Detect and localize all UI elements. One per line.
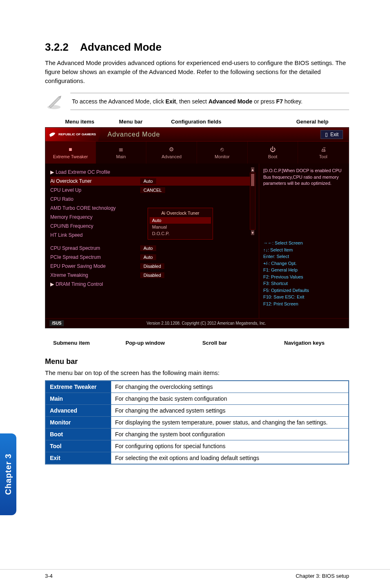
field-label: CPU Level Up [50, 187, 140, 193]
table-row: Extreme TweakerFor changing the overcloc… [45, 381, 349, 393]
help-description: [D.O.C.P.]When DOCP is enabled CPU Bus f… [263, 168, 345, 186]
field-label: AMD Turbo CORE technology [50, 205, 140, 211]
navigation-keys: →←: Select Screen↑↓: Select ItemEnter: S… [263, 240, 345, 307]
field-label: HT Link Speed [50, 232, 140, 238]
popup-item[interactable]: Auto [150, 217, 211, 224]
note-row: To access the Advanced Mode, click Exit,… [45, 92, 349, 110]
nav-key-line: F10: Save ESC: Exit [263, 294, 345, 301]
annot-menu-items: Menu items [53, 119, 106, 125]
menu-bar-table: Extreme TweakerFor changing the overcloc… [45, 380, 349, 465]
scroll-thumb[interactable] [251, 174, 254, 186]
nav-key-line: F3: Shortcut [263, 280, 345, 287]
field-row[interactable]: Ai Overclock TunerAuto [50, 177, 254, 186]
field-label: CPU/NB Frequency [50, 223, 140, 229]
scroll-down-icon[interactable]: ▼ [251, 230, 254, 235]
menubar-intro: The menu bar on top of the screen has th… [45, 369, 349, 376]
field-row[interactable]: EPU Power Saving ModeDisabled [50, 262, 254, 271]
field-row[interactable]: Xtreme TweakingDisabled [50, 271, 254, 280]
table-key: Monitor [45, 417, 111, 429]
field-label: PCIe Spread Spectrum [50, 254, 140, 260]
field-value[interactable]: Disabled [140, 272, 164, 278]
annot-menu-bar: Menu bar [106, 119, 155, 125]
field-label: Xtreme Tweaking [50, 272, 140, 278]
table-key: Extreme Tweaker [45, 381, 111, 393]
table-row: MonitorFor displaying the system tempera… [45, 417, 349, 429]
field-row[interactable]: ▶DRAM Timing Control [50, 280, 254, 289]
pen-icon [45, 92, 63, 110]
bios-tab-advanced[interactable]: ⚙Advanced [146, 141, 197, 164]
field-value[interactable]: Disabled [140, 263, 164, 269]
tab-label: Boot [268, 154, 278, 159]
popup-item[interactable]: D.O.C.P. [150, 230, 211, 237]
table-value: For changing the basic system configurat… [111, 393, 349, 405]
scroll-up-icon[interactable]: ▲ [251, 167, 254, 172]
exit-button[interactable]: ▯ Exit [321, 130, 343, 139]
field-row[interactable]: CPU Level UpCANCEL [50, 186, 254, 195]
submenu-arrow-icon: ▶ [50, 169, 54, 175]
tab-label: Monitor [215, 154, 230, 159]
page-number: 3-4 [45, 573, 53, 579]
section-number: 3.2.2 [45, 41, 69, 53]
field-row[interactable]: CPU Ratio [50, 195, 254, 204]
bios-header: REPUBLIC OF GAMERS Advanced Mode ▯ Exit [45, 128, 349, 141]
submenu-arrow-icon: ▶ [50, 281, 54, 287]
note-text: To access the Advanced Mode, click Exit,… [70, 93, 349, 110]
table-row: ToolFor configuring options for special … [45, 440, 349, 452]
nav-key-line: Enter: Select [263, 253, 345, 260]
menubar-heading: Menu bar [45, 357, 349, 366]
field-row[interactable]: PCIe Spread SpectrumAuto [50, 253, 254, 262]
annot-scrollbar: Scroll bar [180, 340, 249, 346]
field-label: Load Extreme OC Profile [56, 169, 146, 175]
field-value[interactable]: Auto [140, 245, 156, 251]
tab-icon: ≣ [119, 146, 123, 153]
field-label: CPU Spread Spectrum [50, 245, 140, 251]
field-label: CPU Ratio [50, 196, 140, 202]
table-value: For selecting the exit options and loadi… [111, 452, 349, 465]
table-row: ExitFor selecting the exit options and l… [45, 452, 349, 465]
table-value: For changing the overclocking settings [111, 381, 349, 393]
field-label: Memory Frequency [50, 214, 140, 220]
table-value: For displaying the system temperature, p… [111, 417, 349, 429]
mode-title: Advanced Mode [108, 131, 160, 138]
section-heading: 3.2.2 Advanced Mode [45, 41, 349, 54]
annot-navkeys: Navigation keys [249, 340, 341, 346]
nav-key-line: F1: General Help [263, 267, 345, 274]
field-value[interactable]: Auto [140, 254, 156, 260]
bios-tab-tool[interactable]: 🖨Tool [298, 141, 349, 164]
scroll-bar[interactable]: ▲ ▼ [250, 173, 256, 230]
bios-tab-boot[interactable]: ⏻Boot [248, 141, 298, 164]
bios-version: Version 2.10.1208. Copyright (C) 2012 Am… [68, 321, 345, 325]
field-value[interactable]: Auto [140, 178, 156, 184]
bios-tab-extreme-tweaker[interactable]: ■Extreme Tweaker [45, 141, 96, 164]
table-row: AdvancedFor changing the advanced system… [45, 405, 349, 417]
field-label: DRAM Timing Control [56, 281, 146, 287]
exit-label: Exit [330, 132, 338, 137]
table-row: BootFor changing the system boot configu… [45, 429, 349, 440]
table-value: For changing the advanced system setting… [111, 405, 349, 417]
field-row[interactable]: ▶Load Extreme OC Profile [50, 168, 254, 177]
nav-key-line: F2: Previous Values [263, 274, 345, 281]
tab-icon: 🖨 [321, 146, 326, 153]
bios-screenshot: REPUBLIC OF GAMERS Advanced Mode ▯ Exit … [45, 127, 349, 328]
nav-key-line: →←: Select Screen [263, 240, 345, 247]
bios-tab-main[interactable]: ≣Main [96, 141, 147, 164]
table-value: For configuring options for special func… [111, 440, 349, 452]
table-row: MainFor changing the basic system config… [45, 393, 349, 405]
field-row[interactable]: CPU Spread SpectrumAuto [50, 244, 254, 253]
tab-label: Tool [319, 154, 327, 159]
annot-general-help: General help [284, 119, 341, 125]
field-label: Ai Overclock Tuner [50, 178, 140, 184]
table-value: For changing the system boot configurati… [111, 429, 349, 440]
field-value[interactable]: CANCEL [140, 187, 165, 193]
bios-tabs: ■Extreme Tweaker≣Main⚙Advanced⎋Monitor⏻B… [45, 141, 349, 164]
popup-item[interactable]: Manual [150, 224, 211, 230]
bios-tab-monitor[interactable]: ⎋Monitor [197, 141, 248, 164]
tab-label: Advanced [161, 154, 182, 159]
tab-icon: ⎋ [220, 146, 224, 153]
nav-key-line: ↑↓: Select Item [263, 247, 345, 254]
popup-window[interactable]: Ai Overclock Tuner AutoManualD.O.C.P. [148, 208, 213, 240]
rog-text: REPUBLIC OF GAMERS [58, 133, 96, 136]
nav-key-line: F5: Optimized Defaults [263, 287, 345, 294]
tab-icon: ⚙ [169, 146, 174, 153]
annot-config-fields: Configuration fields [155, 119, 237, 125]
